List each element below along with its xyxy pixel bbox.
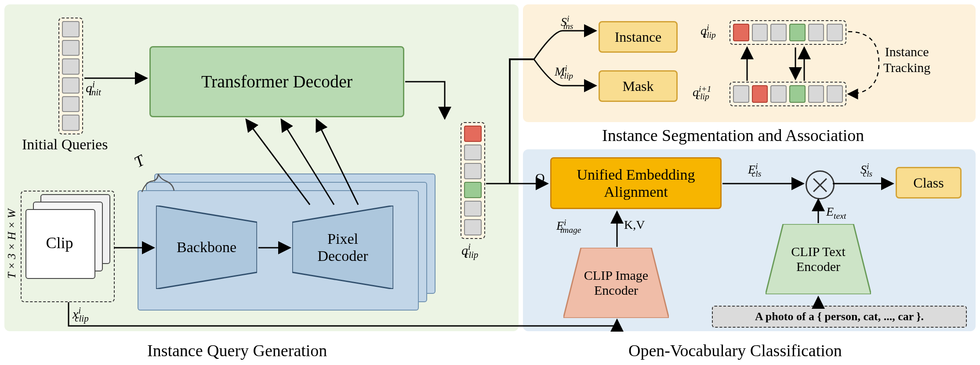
qclip-tokens	[461, 122, 485, 239]
label-q-clip: qiclip	[461, 242, 478, 260]
label-etext: Etext	[826, 205, 846, 221]
prompt-box: A photo of a { person, cat, ..., car }.	[712, 306, 967, 328]
label-ecls: Eicls	[748, 162, 761, 179]
label-kv: K,V	[624, 218, 645, 232]
caption-left: Instance Query Generation	[147, 341, 327, 360]
label-qclip-top: qiclip	[701, 23, 716, 40]
label-thw: T × 3 × H × W	[5, 209, 18, 278]
label-eimage: Eiimage	[556, 218, 581, 235]
multiply-op	[806, 170, 835, 199]
label-x-clip: xiclip	[73, 305, 89, 324]
track-top-tokens	[730, 20, 846, 45]
label-q-init: qiinit	[86, 79, 101, 98]
clip-text-encoder: CLIP Text Encoder	[766, 224, 871, 294]
class-block: Class	[896, 167, 962, 199]
label-qclip-bot: qi+1clip	[693, 84, 709, 101]
pixel-decoder-block: Pixel Decoder	[292, 206, 393, 289]
clip-image-encoder: CLIP Image Encoder	[563, 248, 669, 318]
label-initial-queries: Initial Queries	[22, 136, 108, 153]
label-inst-track: Instance Tracking	[883, 44, 930, 76]
label-q: Q	[535, 170, 545, 185]
instance-block: Instance	[599, 21, 678, 53]
transformer-decoder-block: Transformer Decoder	[149, 46, 404, 117]
mask-block: Mask	[599, 70, 678, 102]
backbone-block: Backbone	[156, 206, 257, 289]
label-sins: Siins	[561, 14, 573, 31]
initial-queries-tokens	[58, 18, 83, 134]
clip-label: Clip	[25, 209, 94, 277]
track-bot-tokens	[730, 82, 846, 106]
caption-tr: Instance Segmentation and Association	[602, 126, 864, 145]
label-mclip: Miclip	[555, 64, 573, 81]
uea-block: Unified Embedding Alignment	[550, 157, 722, 209]
caption-right: Open-Vocabulary Classification	[628, 341, 842, 360]
label-scls: Sicls	[860, 162, 872, 179]
